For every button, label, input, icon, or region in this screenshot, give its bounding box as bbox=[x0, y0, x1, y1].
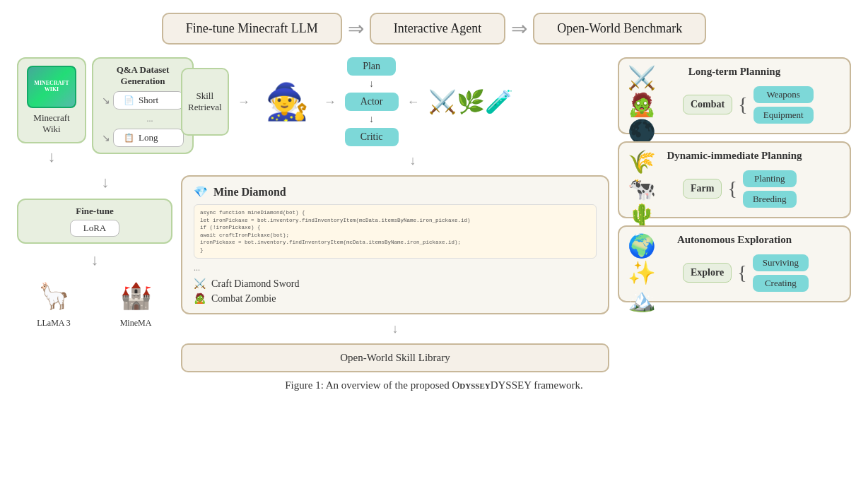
code-line-2: let ironPickaxe = bot.inventory.findInve… bbox=[200, 217, 590, 225]
qa-down-arrow: ↓ bbox=[38, 173, 172, 191]
long-row: ↘ 📋 Long bbox=[102, 129, 184, 147]
creating-item: Creating bbox=[753, 275, 809, 292]
combat-item: 🧟 Combat Zombie bbox=[194, 293, 597, 305]
long-item: 📋 Long bbox=[113, 129, 184, 147]
wiki-logo: MINECRAFTWIKI bbox=[27, 66, 76, 108]
doc-icon: 📄 bbox=[124, 95, 134, 106]
skills-box: 💎 Mine Diamond async function mineDiamon… bbox=[181, 175, 609, 314]
equipment-item: Equipment bbox=[753, 107, 814, 124]
sword-icon: ⚔️ bbox=[194, 278, 206, 290]
combat-category: Combat bbox=[683, 95, 732, 114]
combat-image: ⚔️🧟🌑 bbox=[628, 83, 677, 126]
doc-icon-2: 📋 bbox=[124, 133, 134, 143]
skill-library-label: Open-World Skill Library bbox=[340, 352, 450, 363]
code-line-3: if (!ironPickaxe) { bbox=[200, 224, 590, 232]
farm-image: 🌾🐄🌵 bbox=[628, 167, 677, 210]
code-block: async function mineDiamond(bot) { let ir… bbox=[194, 204, 597, 259]
mid-down-arrow: ↓ bbox=[216, 153, 609, 168]
brace-3: { bbox=[737, 261, 746, 284]
caption-text: Figure 1: An overview of the proposed O bbox=[285, 379, 459, 391]
craft-label: Craft Diamond Sword bbox=[211, 278, 299, 290]
mine-diamond-title: 💎 Mine Diamond bbox=[194, 185, 597, 199]
explore-subitems: Surviving Creating bbox=[753, 254, 809, 292]
agent-character: 🧙 bbox=[259, 73, 315, 130]
diamond-icon: 💎 bbox=[194, 185, 208, 199]
wiki-logo-inner: MINECRAFTWIKI bbox=[27, 66, 76, 108]
actor-box: Actor bbox=[345, 93, 399, 111]
farm-category: Farm bbox=[683, 179, 722, 199]
llama-model: 🦙 LLaMA 3 bbox=[28, 276, 79, 329]
qa-ellipsis: ... bbox=[147, 114, 153, 124]
arrow-2: ⇒ bbox=[511, 17, 527, 40]
pipeline-box-1: Fine-tune Minecraft LLM bbox=[162, 13, 342, 45]
pipeline-box-3: Open-World Benchmark bbox=[533, 13, 706, 45]
llama-icon: 🦙 bbox=[28, 276, 79, 315]
minema-icon: 🏰 bbox=[110, 276, 161, 315]
wiki-down-arrow: ↓ bbox=[48, 148, 56, 166]
qa-title: Q&A Dataset Generation bbox=[117, 64, 170, 87]
skill-retrieval-label: Skill Retrieval bbox=[188, 90, 222, 112]
combat-icons: ← bbox=[407, 95, 420, 110]
skill-library-box: Open-World Skill Library bbox=[181, 343, 609, 372]
left-panel: MINECRAFTWIKI Minecraft Wiki ↓ Q&A Datas… bbox=[17, 57, 172, 372]
code-ellipsis: ... bbox=[194, 263, 597, 273]
char-arrow: → bbox=[324, 95, 336, 110]
qa-box: Q&A Dataset Generation ↘ 📄 Short ... ↘ � bbox=[92, 57, 194, 154]
caption-small: dyssey bbox=[459, 379, 490, 391]
agent-row: Skill Retrieval → 🧙 → Plan ↓ Actor ↓ Cri… bbox=[181, 57, 609, 146]
farm-subitems: Planting Breeding bbox=[743, 170, 797, 208]
breeding-item: Breeding bbox=[743, 191, 797, 208]
surviving-item: Surviving bbox=[753, 254, 809, 271]
main-content: MINECRAFTWIKI Minecraft Wiki ↓ Q&A Datas… bbox=[17, 57, 851, 372]
mine-diamond-label: Mine Diamond bbox=[213, 186, 286, 199]
zombie-icon: 🧟 bbox=[194, 293, 206, 305]
lora-box: LoRA bbox=[70, 220, 120, 237]
figure-caption: Figure 1: An overview of the proposed Od… bbox=[17, 379, 851, 391]
long-arrow: ↘ bbox=[102, 132, 110, 144]
explore-category: Explore bbox=[683, 263, 732, 283]
pac-arrow-1: ↓ bbox=[369, 78, 374, 90]
craft-item: ⚔️ Craft Diamond Sword bbox=[194, 278, 597, 290]
finetune-down-arrow: ↓ bbox=[17, 251, 172, 269]
longterm-content: ⚔️🧟🌑 Combat { Weapons Equipment bbox=[628, 83, 841, 126]
diagram-container: Fine-tune Minecraft LLM ⇒ Interactive Ag… bbox=[17, 13, 851, 391]
longterm-section: Long-term Planning ⚔️🧟🌑 Combat { Weapons… bbox=[618, 57, 851, 134]
minema-label: MineMA bbox=[120, 318, 152, 329]
brace-1: { bbox=[738, 93, 747, 116]
wiki-col: MINECRAFTWIKI Minecraft Wiki ↓ bbox=[17, 57, 86, 166]
caption-rest: DYSSEY framework. bbox=[491, 379, 583, 391]
wiki-label: Minecraft Wiki bbox=[33, 112, 69, 135]
planting-item: Planting bbox=[743, 170, 797, 187]
finetune-label: Fine-tune bbox=[76, 206, 113, 217]
llama-label: LLaMA 3 bbox=[37, 318, 71, 329]
lora-label: LoRA bbox=[83, 223, 107, 233]
exploration-content: 🌍✨🏔️ Explore { Surviving Creating bbox=[628, 252, 841, 294]
combat-label: Combat Zombie bbox=[211, 293, 276, 305]
weapons-item: Weapons bbox=[753, 86, 814, 103]
models-row: 🦙 LLaMA 3 🏰 MineMA bbox=[17, 276, 172, 329]
critic-box: Critic bbox=[345, 128, 399, 146]
pipeline-box-2: Interactive Agent bbox=[370, 13, 505, 45]
short-label: Short bbox=[139, 95, 158, 106]
code-line-5: ironPickaxe = bot.inventory.findInventor… bbox=[200, 239, 590, 247]
wiki-qa-section: MINECRAFTWIKI Minecraft Wiki ↓ Q&A Datas… bbox=[17, 57, 172, 166]
arrow-1: ⇒ bbox=[348, 17, 364, 40]
plan-box: Plan bbox=[347, 57, 396, 76]
combat-icon-group: ⚔️🌿🧪 bbox=[428, 88, 513, 115]
wiki-box: MINECRAFTWIKI Minecraft Wiki bbox=[17, 57, 86, 143]
short-item: 📄 Short bbox=[113, 91, 184, 110]
middle-panel: Skill Retrieval → 🧙 → Plan ↓ Actor ↓ Cri… bbox=[181, 57, 609, 372]
code-line-6: } bbox=[200, 247, 590, 254]
code-line-4: await craftIronPickaxe(bot); bbox=[200, 232, 590, 240]
exploration-section: Autonomous Exploration 🌍✨🏔️ Explore { Su… bbox=[618, 225, 851, 302]
pac-arrow-2: ↓ bbox=[369, 114, 374, 125]
short-row: ↘ 📄 Short bbox=[102, 91, 184, 110]
skill-lib-arrow: ↓ bbox=[181, 321, 609, 336]
explore-image: 🌍✨🏔️ bbox=[628, 252, 677, 294]
minema-model: 🏰 MineMA bbox=[110, 276, 161, 329]
code-line-1: async function mineDiamond(bot) { bbox=[200, 209, 590, 217]
long-label: Long bbox=[139, 132, 158, 143]
finetune-box: Fine-tune LoRA bbox=[17, 199, 172, 244]
skill-retrieval-box: Skill Retrieval bbox=[181, 68, 229, 136]
retrieval-arrow: → bbox=[237, 95, 250, 110]
